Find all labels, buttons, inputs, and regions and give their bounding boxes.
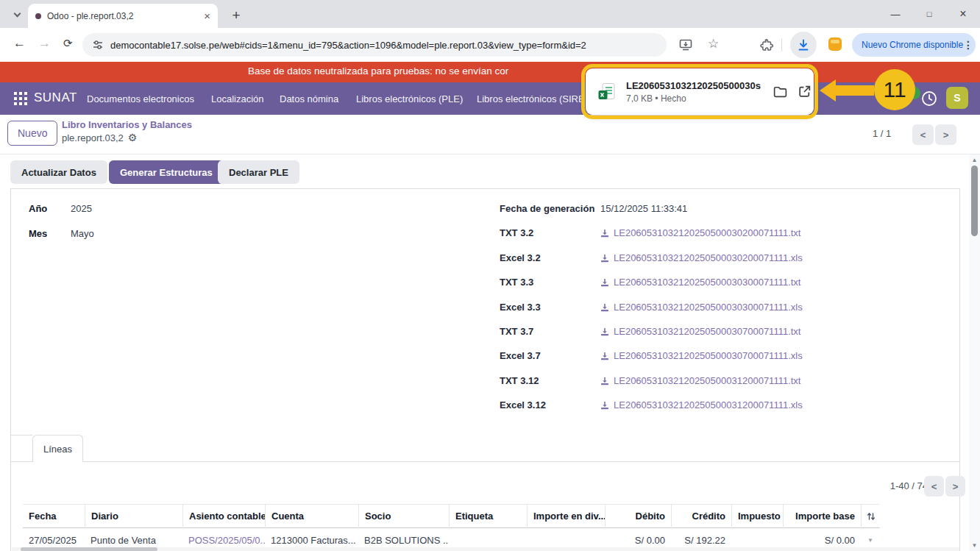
- cell-socio: B2B SOLUTIONS ...: [358, 535, 449, 546]
- annotation-step-number: 11: [874, 69, 915, 110]
- scrollbar-thumb[interactable]: [21, 547, 157, 551]
- row-expand-caret-icon[interactable]: ▼: [867, 537, 873, 544]
- install-icon[interactable]: [678, 38, 693, 52]
- app-brand[interactable]: SUNAT: [34, 90, 77, 105]
- open-file-icon[interactable]: [798, 85, 812, 99]
- new-record-button[interactable]: Nuevo: [7, 121, 57, 146]
- col-header-diario[interactable]: Diario: [85, 505, 182, 528]
- col-header-importe-divisa[interactable]: Importe en div...: [527, 505, 605, 528]
- col-header-debito[interactable]: Débito: [605, 505, 671, 528]
- file-label: TXT 3.12: [500, 375, 539, 386]
- file-download-link[interactable]: LE2060531032120250500031200071111.xls: [600, 399, 803, 410]
- extensions-icon[interactable]: [759, 38, 774, 52]
- cell-importe-base: S/ 0.00: [783, 535, 861, 546]
- download-icon: [600, 229, 609, 238]
- file-download-link[interactable]: LE2060531032120250500030200071111.txt: [600, 227, 800, 238]
- tab-search-button[interactable]: [9, 7, 25, 23]
- nav-item-documentos-electronicos[interactable]: Documentos electronicos: [87, 93, 194, 104]
- file-label: Excel 3.3: [500, 302, 541, 313]
- col-header-importe-base[interactable]: Importe base: [783, 505, 861, 528]
- horizontal-scrollbar[interactable]: [12, 547, 959, 551]
- year-value[interactable]: 2025: [71, 203, 92, 214]
- file-download-link[interactable]: LE2060531032120250500030200071111.xls: [600, 252, 803, 263]
- optional-columns-button[interactable]: [861, 505, 880, 528]
- record-pager-label: 1 / 1: [873, 128, 891, 139]
- actualizar-datos-button[interactable]: Actualizar Datos: [10, 160, 107, 184]
- site-settings-icon[interactable]: [92, 39, 104, 51]
- cell-credito: S/ 192.22: [671, 535, 731, 546]
- bookmark-star-icon[interactable]: ☆: [708, 36, 719, 51]
- col-header-cuenta[interactable]: Cuenta: [265, 505, 358, 528]
- vertical-scrollbar[interactable]: ▲ ▼: [969, 154, 980, 551]
- download-popup[interactable]: LE2060531032120250500030s 7,0 KB • Hecho: [586, 68, 814, 115]
- download-icon: [600, 352, 609, 360]
- scroll-down-icon[interactable]: ▼: [969, 542, 980, 549]
- address-bar[interactable]: democontable17.solse.pe/web#cids=1&menu_…: [82, 33, 667, 57]
- month-label: Mes: [29, 228, 47, 239]
- file-download-link[interactable]: LE2060531032120250500031200071111.txt: [600, 375, 800, 386]
- banner-text: Base de datos neutralizada para pruebas:…: [248, 65, 508, 77]
- nav-item-libros-electronicos-sire[interactable]: Libros electrónicos (SIRE: [477, 93, 585, 104]
- download-icon: [796, 38, 811, 52]
- file-download-link[interactable]: LE2060531032120250500030300071111.xls: [600, 302, 803, 313]
- nav-item-localizacion[interactable]: Localización: [211, 93, 264, 104]
- file-download-link[interactable]: LE2060531032120250500030300071111.txt: [600, 277, 800, 288]
- nav-item-datos-nomina[interactable]: Datos nómina: [280, 93, 338, 104]
- col-header-asiento[interactable]: Asiento contable: [182, 505, 265, 528]
- lines-pager-next-button[interactable]: >: [945, 476, 965, 497]
- new-tab-button[interactable]: +: [225, 4, 247, 26]
- cell-cuenta: 1213000 Facturas...: [265, 535, 358, 546]
- close-icon[interactable]: ×: [946, 0, 980, 28]
- pager-prev-button[interactable]: <: [912, 124, 934, 145]
- minimize-icon[interactable]: —: [878, 0, 912, 28]
- scrollbar-thumb[interactable]: [971, 166, 978, 236]
- breadcrumb-record: ple.report.03,2: [62, 132, 124, 143]
- month-value[interactable]: Mayo: [71, 228, 94, 239]
- browser-toolbar: ← → ⟳ democontable17.solse.pe/web#cids=1…: [0, 28, 980, 62]
- control-panel: Nuevo Libro Inventarios y Balances ple.r…: [0, 115, 980, 154]
- show-in-folder-icon[interactable]: [773, 84, 788, 99]
- file-download-link[interactable]: LE2060531032120250500030700071111.xls: [600, 350, 803, 361]
- forward-icon[interactable]: →: [38, 36, 51, 51]
- lines-pager-prev-button[interactable]: <: [924, 476, 944, 497]
- reload-icon[interactable]: ⟳: [63, 37, 73, 50]
- back-icon[interactable]: ←: [13, 36, 26, 51]
- cell-asiento-link[interactable]: POSS/2025/05/0...: [182, 535, 265, 546]
- chrome-update-pill[interactable]: Nuevo Chrome disponible ⋮: [852, 33, 976, 57]
- user-avatar[interactable]: S: [946, 87, 968, 109]
- col-header-credito[interactable]: Crédito: [671, 505, 731, 528]
- generar-estructuras-button[interactable]: Generar Estructuras: [109, 160, 224, 184]
- download-status: 7,0 KB • Hecho: [626, 93, 763, 104]
- apps-grid-icon[interactable]: [14, 92, 27, 105]
- extension-badge-icon[interactable]: [828, 38, 842, 51]
- downloads-button[interactable]: [790, 32, 817, 58]
- scroll-up-icon[interactable]: ▲: [969, 157, 980, 163]
- file-label: TXT 3.2: [500, 227, 533, 238]
- activities-clock-icon[interactable]: [920, 89, 939, 108]
- col-header-etiqueta[interactable]: Etiqueta: [449, 505, 527, 528]
- generation-date-label: Fecha de generación: [500, 203, 594, 214]
- breadcrumb-title[interactable]: Libro Inventarios y Balances: [62, 119, 192, 130]
- file-download-link[interactable]: LE2060531032120250500030700071111.txt: [600, 326, 800, 337]
- browser-tab[interactable]: Odoo - ple.report.03,2 ×: [28, 4, 218, 28]
- col-header-fecha[interactable]: Fecha: [23, 505, 85, 528]
- pager-next-button[interactable]: >: [935, 124, 956, 145]
- generation-date-value: 15/12/2025 11:33:41: [600, 203, 687, 214]
- download-icon: [600, 401, 609, 410]
- download-icon: [600, 303, 609, 312]
- download-icon: [600, 327, 609, 336]
- tab-close-icon[interactable]: ×: [204, 10, 210, 21]
- col-header-socio[interactable]: Socio: [358, 505, 449, 528]
- file-label: Excel 3.2: [500, 252, 541, 263]
- browser-window: Odoo - ple.report.03,2 × + — □ × ← → ⟳ d…: [0, 0, 980, 551]
- browser-menu-icon[interactable]: ⋮: [963, 39, 973, 51]
- nav-item-libros-electronicos-ple[interactable]: Libros electrónicos (PLE): [356, 93, 463, 104]
- declarar-ple-button[interactable]: Declarar PLE: [218, 160, 299, 184]
- tab-title: Odoo - ple.report.03,2: [47, 11, 198, 21]
- download-icon: [600, 377, 609, 385]
- excel-file-icon: [597, 82, 617, 102]
- col-header-impuesto[interactable]: Impuesto: [731, 505, 783, 528]
- gear-icon[interactable]: ⚙: [128, 132, 138, 143]
- maximize-icon[interactable]: □: [912, 0, 946, 28]
- tab-lineas[interactable]: Líneas: [32, 435, 83, 462]
